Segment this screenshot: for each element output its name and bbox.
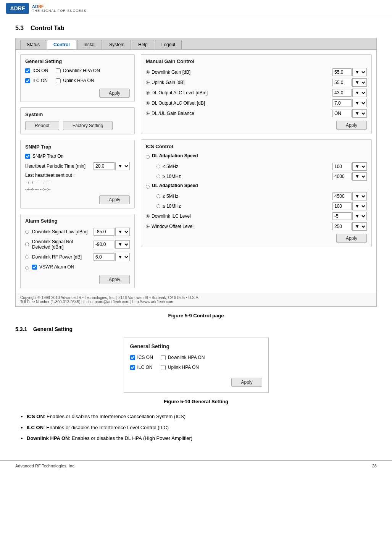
gain-select-0[interactable]: ▼ [352,68,367,76]
tab-system[interactable]: System [103,40,131,49]
page-footer: Advanced RF Technologies, Inc. 28 [0,460,392,471]
gs-dl-hpa-checkbox[interactable] [161,355,166,360]
ilc-on-checkbox[interactable] [25,78,30,83]
dl-5mhz-input[interactable] [332,163,352,170]
heartbeat-label: Heartbeat Periodic Time [min] [25,163,85,169]
snmp-trap-on-checkbox[interactable] [25,154,30,159]
gain-input-0[interactable] [332,68,352,76]
dl-10mhz-radio [156,175,160,178]
heartbeat-value: ▼ [94,162,130,170]
gs-ics-label: ICS ON [137,355,153,360]
gain-input-3[interactable] [332,99,352,107]
gain-radio-0 [146,70,150,74]
alarm-select-0[interactable]: ▼ [115,228,130,236]
ul-5mhz-select[interactable]: ▼ [352,192,367,200]
alarm-row-1: Downlink Signal Not Detected [dBm] ▼ [25,239,130,250]
tab-logout[interactable]: Logout [155,40,182,49]
downlink-hpa-checkbox[interactable] [56,68,61,73]
ul-5mhz-input[interactable] [332,192,352,200]
gs-dl-hpa-label: Downlink HPA ON [168,355,205,360]
alarm-input-1[interactable] [94,241,115,248]
alarm-select-1[interactable]: ▼ [115,240,130,249]
ics-on-checkbox[interactable] [25,68,30,73]
dl-10mhz-select[interactable]: ▼ [352,172,367,181]
gain-select-2[interactable]: ▼ [352,89,367,97]
gs-col-right: Downlink HPA ON Uplink HPA ON [161,355,205,372]
dl-adaptation-row: DL Adaptation Speed [146,153,367,161]
snmp-trap-panel: SNMP Trap SNMP Trap On Heartbeat Periodi… [20,140,135,208]
vswr-row: VSWR Alarm ON [25,264,130,272]
ul-adaptation-label: UL Adaptation Speed [152,183,198,188]
heartbeat-input[interactable] [94,162,115,170]
ul-10mhz-label: ≥ 10MHz [163,204,330,209]
tab-control[interactable]: Control [47,40,76,49]
tab-install[interactable]: Install [77,40,102,49]
gain-select-3[interactable]: ▼ [352,99,367,107]
general-apply-button[interactable]: Apply [99,89,130,98]
gain-row-0: Downlink Gain [dB] ▼ [146,68,367,76]
gs-ics-checkbox[interactable] [130,355,135,360]
vswr-checkbox[interactable] [32,265,37,270]
gain-row-2: DL Output ALC Level [dBm] ▼ [146,89,367,97]
alarm-input-2[interactable] [94,253,115,261]
general-setting-title: General Setting [25,58,130,64]
footer-line1: Copyright © 1999-2010 Advanced RF Techno… [20,296,372,300]
gain-row-4: DL /UL Gain Balance ▼ [146,109,367,118]
ics-control-title: ICS Control [146,144,367,149]
window-offset-value: ▼ [332,222,367,231]
tab-help[interactable]: Help [132,40,154,49]
system-panel: System Reboot Factory Setting [20,107,135,134]
logo-tagline: THE SIGNAL FOR SUCCESS [32,9,87,13]
uplink-hpa-checkbox[interactable] [56,78,61,83]
ics-apply-button[interactable]: Apply [336,234,367,243]
alarm-apply-button[interactable]: Apply [99,275,130,284]
window-offset-radio [146,225,150,228]
downlink-ilc-select[interactable]: ▼ [352,212,367,220]
gain-input-4[interactable] [332,110,352,117]
screenshot-footer: Copyright © 1999-2010 Advanced RF Techno… [16,293,376,306]
alarm-setting-title: Alarm Setting [25,218,130,224]
heartbeat-row: Heartbeat Periodic Time [min] ▼ [25,162,130,170]
gs-ul-hpa-checkbox[interactable] [161,365,166,370]
factory-setting-button[interactable]: Factory Setting [63,121,113,130]
heartbeat-select[interactable]: ▼ [115,162,130,170]
gs-ilc-checkbox[interactable] [130,365,135,370]
dl-adaptation-label: DL Adaptation Speed [152,153,198,158]
manual-gain-apply-button[interactable]: Apply [336,121,367,130]
gain-select-1[interactable]: ▼ [352,78,367,87]
ul-10mhz-select[interactable]: ▼ [352,202,367,210]
alarm-value-1: ▼ [94,240,130,249]
window-offset-select[interactable]: ▼ [352,222,367,231]
ul-10mhz-input[interactable] [332,202,352,210]
reboot-button[interactable]: Reboot [25,121,59,130]
ul-10mhz-value: ▼ [332,202,367,210]
system-btn-row: Reboot Factory Setting [25,121,130,130]
general-apply-row: Apply [25,89,130,98]
gs-col-left: ICS ON ILC ON [130,355,153,372]
tab-status[interactable]: Status [20,40,46,49]
gain-value-3: ▼ [332,99,367,107]
footer-company: Advanced RF Technologies, Inc. [15,464,76,468]
gain-label-4: DL /UL Gain Balance [146,111,194,116]
alarm-input-0[interactable] [94,228,115,236]
snmp-apply-button[interactable]: Apply [99,195,130,204]
alarm-row-0: Downlink Signal Low [dBm] ▼ [25,228,130,236]
window-offset-input[interactable] [332,223,352,230]
downlink-ilc-input[interactable] [332,212,352,220]
gain-row-1: Uplink Gain [dB] ▼ [146,78,367,87]
gs-apply-button[interactable]: Apply [231,378,262,387]
gs-apply-row: Apply [130,378,262,387]
ul-5mhz-row: ≤ 5MHz ▼ [156,192,367,200]
gain-input-1[interactable] [332,79,352,86]
dl-5mhz-select[interactable]: ▼ [352,162,367,171]
bullet-list: ICS ON: Enables or disables the Interfer… [27,412,377,443]
list-item-1-bold: ILC ON [27,425,44,430]
gs-ul-hpa-label: Uplink HPA ON [168,365,199,370]
general-setting-screenshot: General Setting ICS ON ILC ON Downlink H… [124,338,269,393]
general-setting-panel: General Setting ICS ON ILC ON [20,54,135,102]
gain-select-4[interactable]: ▼ [352,109,367,118]
dl-10mhz-input[interactable] [332,173,352,180]
list-item-2: Downlink HPA ON: Enables or disables the… [27,434,377,443]
alarm-select-2[interactable]: ▼ [115,253,130,261]
gain-input-2[interactable] [332,89,352,97]
